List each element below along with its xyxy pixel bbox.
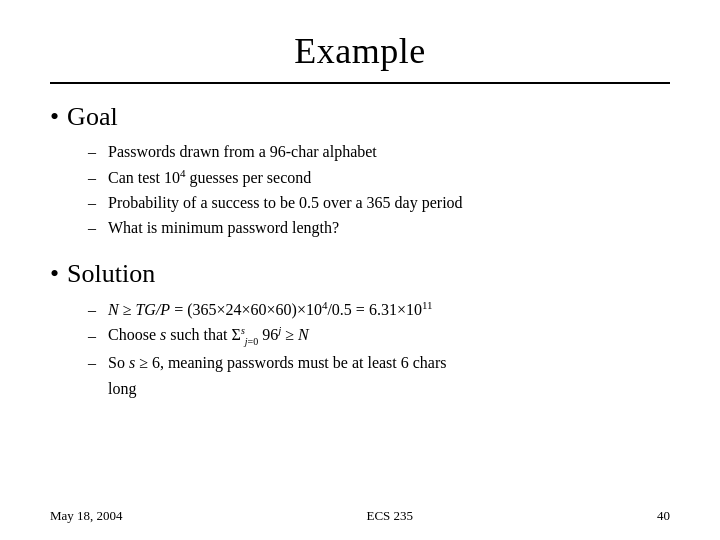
title-divider xyxy=(50,82,670,84)
solution-item-2: – Choose s such that Σsj=0 96j ≥ N xyxy=(88,322,670,350)
goal-item-3: – Probability of a success to be 0.5 ove… xyxy=(88,191,670,216)
goal-item-2: – Can test 104 guesses per second xyxy=(88,165,670,191)
footer-course: ECS 235 xyxy=(367,508,414,524)
slide-title: Example xyxy=(50,30,670,72)
solution-list: – N ≥ TG/P = (365×24×60×60)×104/0.5 = 6.… xyxy=(88,297,670,402)
goal-item-3-text: Probability of a success to be 0.5 over … xyxy=(108,191,463,216)
solution-label: Solution xyxy=(67,259,155,289)
solution-item-3-text: So s ≥ 6, meaning passwords must be at l… xyxy=(108,350,447,401)
goal-item-4-text: What is minimum password length? xyxy=(108,216,339,241)
power-4: 4 xyxy=(180,167,186,179)
slide: Example • Goal – Passwords drawn from a … xyxy=(0,0,720,540)
goal-item-1-text: Passwords drawn from a 96-char alphabet xyxy=(108,140,377,165)
solution-item-3-line1: So s ≥ 6, meaning passwords must be at l… xyxy=(108,350,447,376)
goal-item-4: – What is minimum password length? xyxy=(88,216,670,241)
solution-section: • Solution – N ≥ TG/P = (365×24×60×60)×1… xyxy=(50,259,670,402)
goal-list: – Passwords drawn from a 96-char alphabe… xyxy=(88,140,670,241)
solution-bullet: • xyxy=(50,259,59,289)
footer-page: 40 xyxy=(657,508,670,524)
footer: May 18, 2004 ECS 235 40 xyxy=(50,508,670,524)
goal-bullet: • xyxy=(50,102,59,132)
goal-section: • Goal – Passwords drawn from a 96-char … xyxy=(50,102,670,253)
solution-item-1: – N ≥ TG/P = (365×24×60×60)×104/0.5 = 6.… xyxy=(88,297,670,323)
solution-item-1-text: N ≥ TG/P = (365×24×60×60)×104/0.5 = 6.31… xyxy=(108,297,433,323)
solution-header: • Solution xyxy=(50,259,670,289)
goal-label: Goal xyxy=(67,102,118,132)
goal-header: • Goal xyxy=(50,102,670,132)
solution-item-3-line2: long xyxy=(108,376,447,402)
goal-item-2-text: Can test 104 guesses per second xyxy=(108,165,311,191)
footer-date: May 18, 2004 xyxy=(50,508,123,524)
solution-item-3: – So s ≥ 6, meaning passwords must be at… xyxy=(88,350,670,401)
solution-item-2-text: Choose s such that Σsj=0 96j ≥ N xyxy=(108,322,309,350)
goal-item-1: – Passwords drawn from a 96-char alphabe… xyxy=(88,140,670,165)
